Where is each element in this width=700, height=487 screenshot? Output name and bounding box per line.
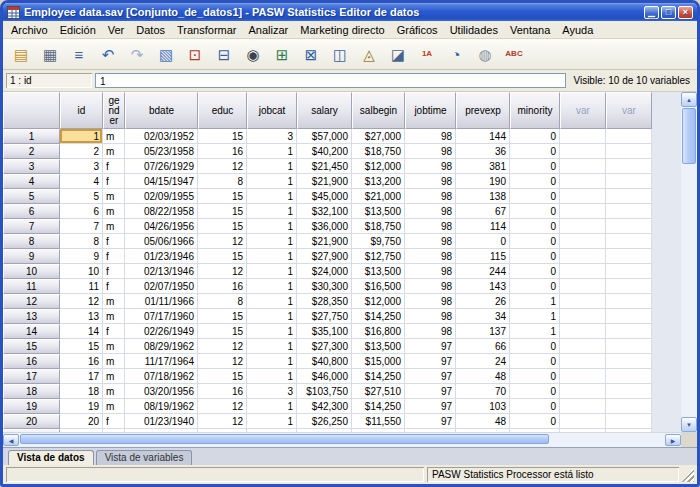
row-header-9[interactable]: 9 [3, 249, 60, 264]
menu-graficos[interactable]: Gráficos [391, 23, 444, 37]
cell-r15-var[interactable] [560, 339, 606, 354]
cell-r19-id[interactable]: 19 [60, 399, 103, 414]
cell-r14-minority[interactable]: 1 [510, 324, 560, 339]
col-header-salary[interactable]: salary [297, 92, 352, 129]
cell-r6-salary[interactable]: $32,100 [297, 204, 352, 219]
cell-r14-var[interactable] [560, 324, 606, 339]
col-header-var[interactable]: var [560, 92, 606, 129]
cell-r14-salbegin[interactable]: $16,800 [352, 324, 405, 339]
cell-r4-educ[interactable]: 8 [198, 174, 247, 189]
row-header-10[interactable]: 10 [3, 264, 60, 279]
cell-r11-jobcat[interactable]: 1 [247, 279, 297, 294]
cell-r1-minority[interactable]: 0 [510, 129, 560, 144]
cell-r9-id[interactable]: 9 [60, 249, 103, 264]
cell-r15-jobcat[interactable]: 1 [247, 339, 297, 354]
cell-r17-var[interactable] [606, 369, 652, 384]
close-button[interactable]: × [678, 6, 693, 19]
cell-r18-id[interactable]: 18 [60, 384, 103, 399]
cell-r7-prevexp[interactable]: 114 [456, 219, 510, 234]
cell-r15-gender[interactable]: m [103, 339, 125, 354]
cell-r19-educ[interactable]: 12 [198, 399, 247, 414]
cell-r16-jobcat[interactable]: 1 [247, 354, 297, 369]
cell-r8-var[interactable] [606, 234, 652, 249]
cell-r16-var[interactable] [560, 354, 606, 369]
row-header-17[interactable]: 17 [3, 369, 60, 384]
select-cases-icon-button[interactable]: ◪ [384, 41, 412, 67]
cell-r4-salary[interactable]: $21,900 [297, 174, 352, 189]
cell-r3-minority[interactable]: 0 [510, 159, 560, 174]
cell-r16-salbegin[interactable]: $15,000 [352, 354, 405, 369]
cell-r4-jobcat[interactable]: 1 [247, 174, 297, 189]
menu-datos[interactable]: Datos [130, 23, 171, 37]
insert-variable-icon-button[interactable]: ⊠ [297, 41, 325, 67]
value-labels-icon-button[interactable]: 1A [413, 41, 441, 67]
menu-analizar[interactable]: Analizar [243, 23, 295, 37]
cell-r18-prevexp[interactable]: 70 [456, 384, 510, 399]
scroll-down-icon[interactable]: ▼ [681, 417, 697, 432]
cell-r16-educ[interactable]: 12 [198, 354, 247, 369]
tab-vista-de-variables[interactable]: Vista de variables [96, 450, 193, 465]
row-header-16[interactable]: 16 [3, 354, 60, 369]
row-header-6[interactable]: 6 [3, 204, 60, 219]
cell-r19-salary[interactable]: $42,300 [297, 399, 352, 414]
weight-cases-icon-button[interactable]: ◬ [355, 41, 383, 67]
print-icon-button[interactable]: ▦ [36, 41, 64, 67]
cell-r1-salbegin[interactable]: $27,000 [352, 129, 405, 144]
col-header-jobtime[interactable]: jobtime [405, 92, 456, 129]
menu-ver[interactable]: Ver [102, 23, 131, 37]
cell-r3-bdate[interactable]: 07/26/1929 [125, 159, 198, 174]
cell-r2-minority[interactable]: 0 [510, 144, 560, 159]
cell-r19-var[interactable] [560, 399, 606, 414]
vertical-scrollbar[interactable]: ▲ ▼ [681, 92, 697, 432]
cell-r15-jobtime[interactable]: 97 [405, 339, 456, 354]
cell-r19-salbegin[interactable]: $14,250 [352, 399, 405, 414]
horizontal-scroll-thumb[interactable] [20, 434, 549, 444]
cell-r8-salary[interactable]: $21,900 [297, 234, 352, 249]
cell-r2-bdate[interactable]: 05/23/1958 [125, 144, 198, 159]
cell-r6-salbegin[interactable]: $13,500 [352, 204, 405, 219]
horizontal-scrollbar[interactable]: ◀ ▶ [3, 433, 681, 447]
cell-r8-id[interactable]: 8 [60, 234, 103, 249]
cell-r5-id[interactable]: 5 [60, 189, 103, 204]
scroll-up-icon[interactable]: ▲ [681, 92, 697, 107]
cell-r8-prevexp[interactable]: 0 [456, 234, 510, 249]
cell-r13-prevexp[interactable]: 34 [456, 309, 510, 324]
cell-r6-gender[interactable]: m [103, 204, 125, 219]
cell-r13-gender[interactable]: m [103, 309, 125, 324]
cell-r20-gender[interactable]: f [103, 414, 125, 429]
cell-r1-jobtime[interactable]: 98 [405, 129, 456, 144]
cell-r10-bdate[interactable]: 02/13/1946 [125, 264, 198, 279]
cell-r4-gender[interactable]: f [103, 174, 125, 189]
cell-r16-gender[interactable]: m [103, 354, 125, 369]
cell-r7-gender[interactable]: m [103, 219, 125, 234]
cell-r2-id[interactable]: 2 [60, 144, 103, 159]
cell-r4-var[interactable] [560, 174, 606, 189]
cell-r2-jobtime[interactable]: 98 [405, 144, 456, 159]
cell-r1-var[interactable] [560, 129, 606, 144]
vertical-scroll-track[interactable] [681, 165, 697, 417]
cell-r20-var[interactable] [560, 414, 606, 429]
col-header-minority[interactable]: minority [510, 92, 560, 129]
cell-r7-jobcat[interactable]: 1 [247, 219, 297, 234]
cell-r15-var[interactable] [606, 339, 652, 354]
find-icon-button[interactable]: ◉ [239, 41, 267, 67]
row-header-5[interactable]: 5 [3, 189, 60, 204]
cell-r9-salary[interactable]: $27,900 [297, 249, 352, 264]
goto-case-icon-button[interactable]: ⊡ [181, 41, 209, 67]
cell-r12-jobtime[interactable]: 98 [405, 294, 456, 309]
spell-check-icon-button[interactable]: ABC [500, 41, 528, 67]
cell-r17-minority[interactable]: 0 [510, 369, 560, 384]
cell-r1-gender[interactable]: m [103, 129, 125, 144]
menu-transformar[interactable]: Transformar [171, 23, 243, 37]
select-all-corner[interactable] [3, 92, 60, 129]
cell-r8-salbegin[interactable]: $9,750 [352, 234, 405, 249]
cell-r18-var[interactable] [606, 384, 652, 399]
cell-r1-prevexp[interactable]: 144 [456, 129, 510, 144]
cell-r6-var[interactable] [606, 204, 652, 219]
row-header-19[interactable]: 19 [3, 399, 60, 414]
cell-r11-gender[interactable]: f [103, 279, 125, 294]
cell-r12-prevexp[interactable]: 26 [456, 294, 510, 309]
col-header-var[interactable]: var [606, 92, 652, 129]
cell-r15-prevexp[interactable]: 66 [456, 339, 510, 354]
cell-r8-minority[interactable]: 0 [510, 234, 560, 249]
